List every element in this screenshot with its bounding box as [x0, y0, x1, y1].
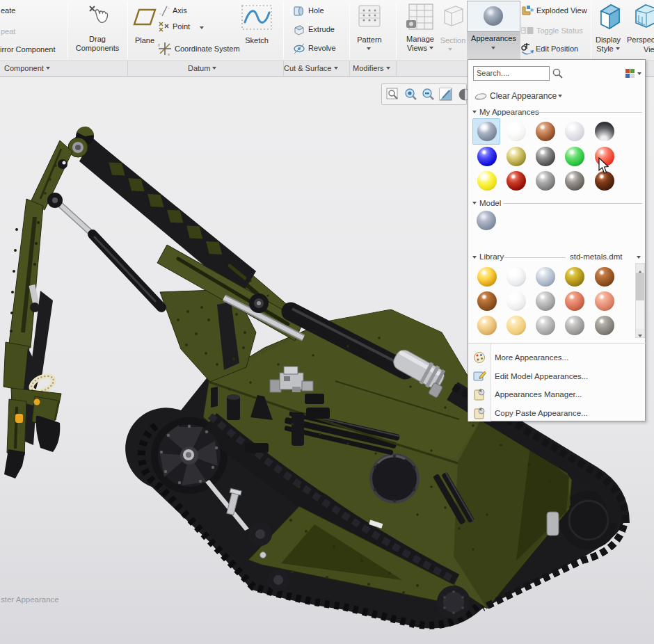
svg-text:x: x	[168, 52, 170, 56]
svg-text:y: y	[158, 42, 160, 47]
